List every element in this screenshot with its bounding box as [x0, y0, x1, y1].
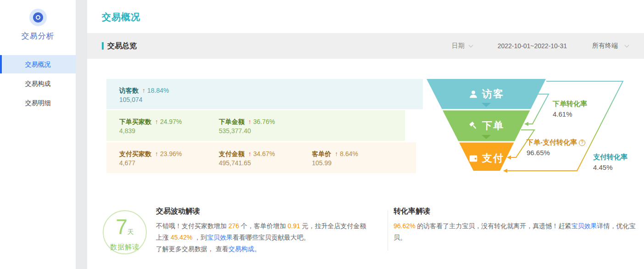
insight-text: 了解更多交易数据， 查看交易构成。	[156, 243, 372, 255]
trend-up-icon: ↑	[155, 118, 158, 125]
badge-days: 7天	[104, 217, 146, 242]
funnel-stage-visitors: 访客	[422, 87, 550, 101]
app-root: 交易分析 交易概况 交易构成 交易明细 交易概况 交易总览 日期	[0, 0, 644, 269]
funnel-stage-label: 下单	[482, 119, 504, 133]
page-header: 交易概况	[87, 0, 644, 33]
link-item-effect[interactable]: 宝贝效果	[207, 234, 233, 241]
metric-card-payments: 支付买家数↑23.96% 4,677 支付金额↑34.67% 495,741.6…	[106, 142, 416, 173]
chevron-down-icon	[468, 43, 473, 48]
metric-change: 36.76%	[253, 118, 275, 125]
filter-band: 交易总览 日期 2022-10-01~2022-10-31 所有终端	[87, 33, 644, 59]
trend-up-icon: ↑	[248, 118, 251, 125]
logo-ring	[36, 15, 40, 20]
trend-up-icon: ↑	[142, 87, 145, 94]
text-segment: 了解更多交易数据， 查看	[156, 245, 228, 252]
sidebar-nav: 交易概况 交易构成 交易明细	[0, 55, 76, 112]
metric-order-amount: 下单金额↑36.76% 535,377.40	[219, 117, 275, 136]
sidebar-item-trade-detail[interactable]: 交易明细	[0, 94, 76, 112]
trend-up-icon: ↑	[155, 150, 158, 157]
insight-trade-block: 交易波动解读 不错哦！支付买家数增加 276 个，客单价增加 0.91 元，拉升…	[156, 207, 372, 255]
metric-label: 访客数	[119, 87, 139, 94]
insight-title: 转化率解读	[394, 207, 639, 216]
rate-label: 下单-支付转化率	[527, 138, 577, 146]
metric-visitor-count: 访客数↑18.84% 105,074	[119, 86, 169, 105]
highlight-value: 45.42%	[171, 234, 192, 241]
sidebar-item-trade-overview[interactable]: 交易概况	[0, 55, 76, 73]
visitor-icon	[468, 89, 478, 99]
metric-value: 535,377.40	[219, 126, 275, 136]
metric-change: 34.67%	[253, 150, 275, 157]
metric-pay-amount: 支付金额↑34.67% 495,741.65	[219, 149, 275, 168]
metric-label: 下单买家数	[119, 118, 151, 125]
sidebar-item-label: 交易明细	[25, 99, 51, 106]
insight-conversion-block: 转化率解读 96.62% 的访客看了主力宝贝，没有转化就离开，真遗憾！赶紧宝贝效…	[394, 207, 639, 243]
text-segment: 看看哪些宝贝贡献最大吧。	[233, 234, 310, 241]
trend-up-icon: ↑	[335, 150, 338, 157]
badge-caption: 数据解读	[104, 243, 146, 252]
metric-card-orders: 下单买家数↑24.97% 4,839 下单金额↑36.76% 535,377.4…	[106, 110, 405, 141]
section-heading: 交易总览	[102, 41, 137, 51]
sidebar-item-label: 交易概况	[25, 61, 51, 68]
metric-change: 18.84%	[147, 87, 169, 94]
gavel-icon	[468, 121, 478, 131]
text-segment: 个，客单价增加	[239, 222, 288, 230]
date-range-value[interactable]: 2022-10-01~2022-10-31	[498, 42, 567, 50]
highlight-value: 0.91	[288, 222, 300, 230]
insight-badge: 7天 数据解读	[103, 210, 147, 254]
rate-order-conversion: 下单转化率 4.61%	[553, 100, 587, 118]
metric-label: 客单价	[312, 150, 331, 157]
metric-change: 23.96%	[160, 150, 182, 157]
chevron-down-icon	[625, 43, 629, 48]
date-filter-dropdown[interactable]: 日期	[452, 42, 472, 50]
metric-change: 8.64%	[340, 150, 358, 157]
metric-value: 105,074	[119, 95, 169, 105]
text-segment: 不错哦！支付买家数增加	[156, 222, 228, 230]
badge-unit: 天	[128, 228, 134, 235]
sidebar-item-trade-composition[interactable]: 交易构成	[0, 74, 76, 93]
badge-number: 7	[116, 215, 128, 239]
app-logo-icon	[29, 9, 47, 26]
sidebar-title: 交易分析	[0, 31, 76, 41]
metric-value: 4,839	[119, 126, 182, 136]
conversion-funnel: 访客 下单 支付	[422, 73, 642, 184]
link-trade-composition[interactable]: 交易构成	[228, 245, 254, 252]
insight-text: 不错哦！支付买家数增加 276 个，客单价增加 0.91 元，拉升全店支付金额上…	[156, 220, 372, 243]
text-segment: 。	[254, 245, 261, 252]
metric-pay-buyers: 支付买家数↑23.96% 4,677	[119, 149, 182, 168]
sidebar: 交易分析 交易概况 交易构成 交易明细	[0, 0, 76, 269]
page-title: 交易概况	[102, 11, 644, 23]
metric-value: 495,741.65	[219, 158, 275, 168]
sidebar-divider	[76, 0, 87, 269]
date-filter-label: 日期	[452, 42, 465, 49]
metric-label: 支付买家数	[119, 150, 151, 157]
rate-value: 96.65%	[527, 149, 585, 157]
text-segment: 的访客看了主力宝贝，没有转化就离开，真遗憾！赶紧	[415, 222, 571, 230]
link-item-effect[interactable]: 宝贝效果	[571, 222, 597, 230]
rate-pay-conversion: 支付转化率 4.45%	[593, 153, 627, 171]
metric-label: 支付金额	[219, 150, 244, 157]
rate-label: 支付转化率	[593, 153, 627, 162]
section-title: 交易总览	[107, 41, 137, 51]
terminal-filter-dropdown[interactable]: 所有终端	[592, 42, 628, 50]
help-icon[interactable]: ?	[579, 140, 585, 146]
funnel-stage-order: 下单	[422, 119, 550, 133]
highlight-value: 276	[228, 222, 239, 230]
metric-card-visitors: 访客数↑18.84% 105,074	[106, 79, 423, 109]
funnel-stage-label: 支付	[482, 151, 504, 165]
metric-order-buyers: 下单买家数↑24.97% 4,839	[119, 117, 182, 136]
metric-value: 105.99	[312, 158, 358, 168]
section-accent-bar	[102, 42, 104, 50]
rate-order-pay-conversion: 下单-支付转化率? 96.65%	[527, 138, 585, 157]
sidebar-item-label: 交易构成	[25, 80, 51, 87]
main-panel: 交易概况 交易总览 日期 2022-10-01~2022-10-31 所有终端	[87, 0, 644, 269]
content-area: 访客数↑18.84% 105,074 下单买家数↑24.97% 4,839 下单…	[87, 59, 644, 269]
insight-title: 交易波动解读	[156, 207, 372, 216]
rate-value: 4.45%	[593, 163, 627, 171]
rate-label: 下单转化率	[553, 100, 587, 108]
funnel-stage-label: 访客	[482, 87, 504, 101]
highlight-value: 96.62%	[394, 222, 415, 230]
metric-avg-order-value: 客单价↑8.64% 105.99	[312, 149, 358, 168]
filter-controls: 日期 2022-10-01~2022-10-31 所有终端	[452, 42, 628, 50]
trend-up-icon: ↑	[248, 150, 251, 157]
logo-inner-circle	[33, 12, 43, 22]
